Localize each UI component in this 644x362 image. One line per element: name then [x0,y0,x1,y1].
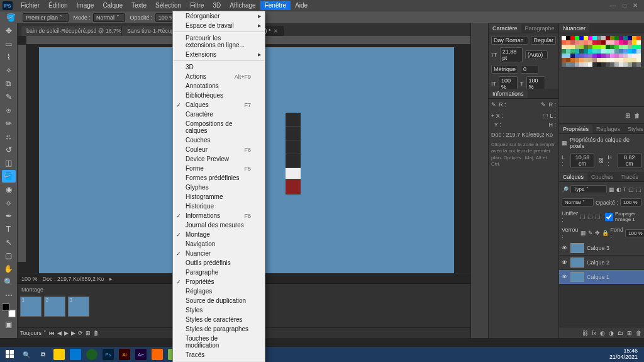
swatch[interactable] [606,49,610,54]
swatch[interactable] [610,58,614,62]
swatch[interactable] [636,58,641,62]
eraser-tool[interactable]: ◫ [2,157,16,169]
menu-calque[interactable]: Calque [98,1,127,10]
visibility-toggle[interactable]: 👁 [560,274,568,280]
layer-blend-dropdown[interactable]: Normal ˅ [562,198,594,206]
swatch[interactable] [606,45,610,49]
zoom-tool[interactable]: 🔍 [2,276,16,288]
swatch[interactable] [588,45,592,49]
taskbar-app[interactable] [52,348,67,361]
healing-brush-tool[interactable]: ⍟ [2,104,16,116]
layer-filter-dropdown[interactable]: Type ˅ [570,185,607,193]
swatch[interactable] [606,54,610,58]
swatch[interactable] [623,58,628,62]
swatch[interactable] [588,40,592,45]
layer-thumbnail[interactable] [570,272,584,282]
swatch[interactable] [632,49,636,54]
swatch[interactable] [597,49,601,54]
swatches-tab[interactable]: Nuancier [559,24,589,33]
zoom-level[interactable]: 100 % [21,276,38,282]
lock-position-icon[interactable]: ✥ [595,230,600,236]
swatch[interactable] [592,36,597,40]
swatch[interactable] [619,62,623,67]
menu-item[interactable]: Source de duplication [173,296,265,305]
layer-name[interactable]: Calque 2 [587,259,609,266]
visibility-toggle[interactable]: 👁 [560,245,568,251]
menu-fichier[interactable]: Fichier [16,1,44,10]
swatch[interactable] [619,36,623,40]
swatch[interactable] [575,36,579,40]
taskbar-app[interactable]: Ai [117,348,132,361]
menu-filtre[interactable]: Filtre [186,1,208,10]
swatch[interactable] [566,45,570,49]
menu-item[interactable]: Réglages [173,286,265,296]
menu-item[interactable]: Bibliothèques [173,91,265,100]
swatch[interactable] [606,36,610,40]
start-button[interactable] [3,348,18,361]
system-clock[interactable]: 15:46 21/04/2021 [609,348,641,361]
menu-item[interactable]: Formes prédéfinies [173,173,265,183]
layers-tab[interactable]: Calques [559,173,587,181]
menu-item[interactable]: Styles [173,305,265,315]
menu-item[interactable]: Caractère [173,110,265,119]
swatch[interactable] [623,62,628,67]
collapsed-panel-icon[interactable] [473,26,487,40]
swatch[interactable] [584,58,588,62]
unify-icon[interactable]: ⬚ [580,213,586,220]
taskbar-app[interactable] [84,348,99,361]
swatch[interactable] [601,58,606,62]
swatch[interactable] [562,36,566,40]
swatch[interactable] [610,45,614,49]
swatch[interactable] [592,45,597,49]
blur-tool[interactable]: ◉ [2,183,16,196]
pen-tool[interactable]: ✒ [2,210,16,222]
menu-item[interactable]: Extensions [173,50,265,59]
swatch[interactable] [562,49,566,54]
swatch[interactable] [628,62,632,67]
swatch[interactable] [619,54,623,58]
swatch[interactable] [628,54,632,58]
swatches-grid[interactable] [562,36,641,67]
swatch[interactable] [562,58,566,62]
filter-adjust-icon[interactable]: ◐ [616,186,621,193]
maximize-button[interactable]: □ [623,2,626,9]
info-tab[interactable]: Informations [489,89,528,98]
menu-item[interactable]: ActionsAlt+F9 [173,72,265,81]
taskbar-app[interactable] [150,348,165,361]
swatch[interactable] [636,45,641,49]
swatch[interactable] [632,62,636,67]
first-frame-button[interactable]: ⏮ [49,330,55,336]
menu-item[interactable]: Styles de paragraphes [173,324,265,334]
swatch[interactable] [584,40,588,45]
filter-icon[interactable]: 🔎 [562,186,569,193]
menu-item[interactable]: Compositions de calques [173,119,265,135]
swatch[interactable] [610,49,614,54]
swatch[interactable] [628,40,632,45]
layer-opacity-input[interactable]: 100 % [620,198,641,206]
move-tool[interactable]: ✥ [2,25,16,37]
swatch[interactable] [623,49,628,54]
foreground-background-colors[interactable] [2,303,16,317]
lock-pixels-icon[interactable]: ✎ [588,230,593,236]
taskbar-app[interactable]: Ae [133,348,148,361]
task-view-button[interactable]: ⧉ [35,348,50,361]
swatch[interactable] [584,62,588,67]
unify-icon[interactable]: ⬚ [587,213,593,220]
menu-item[interactable]: Glyphes [173,183,265,192]
swatch[interactable] [628,36,632,40]
swatch[interactable] [579,45,584,49]
swatch[interactable] [632,58,636,62]
next-frame-button[interactable]: ▶ [71,330,75,336]
dodge-tool[interactable]: ☼ [2,196,16,209]
menu-item[interactable]: Couches [173,135,265,145]
layer-name[interactable]: Calque 3 [587,245,609,251]
width-input[interactable]: 10,58 cm [570,153,595,168]
swatch[interactable] [619,40,623,45]
path-select-tool[interactable]: ↖ [2,236,16,249]
menu-fenetre[interactable]: Fenêtre [260,1,291,10]
swatch[interactable] [562,54,566,58]
swatch[interactable] [636,40,641,45]
new-layer-button[interactable]: ⊞ [627,330,632,336]
menu-item[interactable]: Montage [173,230,265,239]
swatch[interactable] [636,36,641,40]
